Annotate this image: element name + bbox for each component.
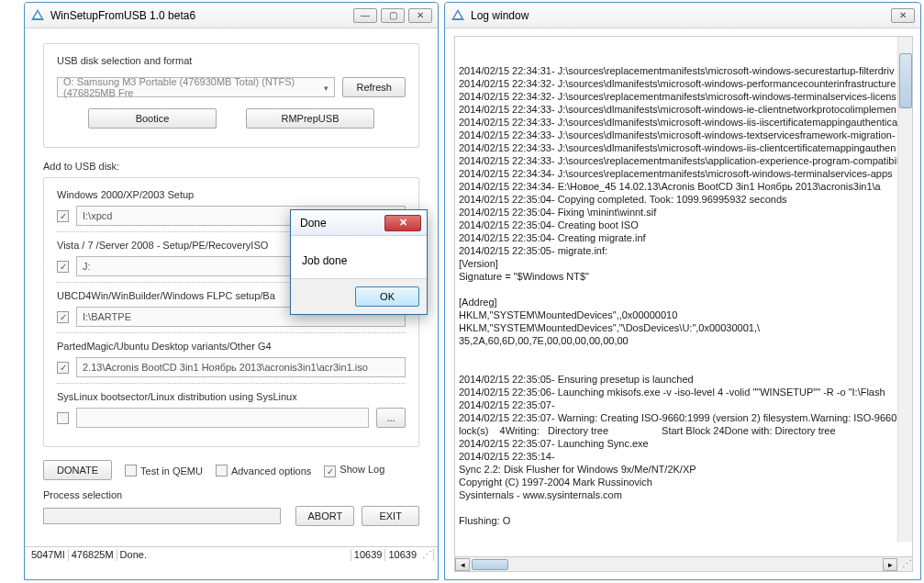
- log-titlebar: Log window ✕: [445, 3, 920, 28]
- chevron-down-icon: [324, 82, 328, 93]
- option-checkbox[interactable]: [57, 261, 69, 273]
- scroll-right-icon[interactable]: ▸: [883, 558, 897, 571]
- scroll-thumb[interactable]: [899, 53, 912, 108]
- log-text-area[interactable]: 2014/02/15 22:34:31- J:\sources\replacem…: [454, 36, 913, 557]
- ok-button[interactable]: OK: [355, 286, 419, 307]
- status-bar: 5047MI 476825M Done. 10639 10639 ⋰: [25, 546, 438, 563]
- exit-button[interactable]: EXIT: [362, 506, 419, 526]
- rmprepusb-button[interactable]: RMPrepUSB: [246, 108, 374, 129]
- test-qemu-option[interactable]: Test in QEMU: [125, 465, 203, 476]
- status-cell: 10639: [351, 549, 386, 561]
- dialog-message: Job done: [302, 254, 347, 267]
- app-icon: [30, 8, 45, 23]
- vertical-scrollbar[interactable]: [897, 37, 912, 542]
- resize-grip-icon[interactable]: ⋰: [897, 558, 912, 570]
- resize-grip-icon[interactable]: ⋰: [419, 549, 434, 561]
- process-selection-label: Process selection: [43, 489, 419, 500]
- status-cell: 476825M: [69, 549, 117, 561]
- donate-button[interactable]: DONATE: [43, 460, 112, 480]
- option-label: PartedMagic/Ubuntu Desktop variants/Othe…: [57, 341, 406, 352]
- dialog-titlebar: Done ✕: [291, 210, 427, 236]
- log-title: Log window: [471, 9, 891, 22]
- log-close-button[interactable]: ✕: [891, 8, 915, 23]
- path-input[interactable]: [76, 408, 369, 428]
- main-title: WinSetupFromUSB 1.0 beta6: [50, 9, 353, 22]
- horizontal-scrollbar[interactable]: ◂ ▸ ⋰: [454, 557, 913, 572]
- maximize-button[interactable]: ▢: [381, 8, 405, 23]
- advanced-options[interactable]: Advanced options: [216, 465, 311, 476]
- status-cell: 10639: [385, 549, 419, 561]
- option-checkbox[interactable]: [57, 311, 69, 323]
- dialog-title: Done: [300, 217, 327, 230]
- disk-select[interactable]: O: Samsung M3 Portable (476930MB Total) …: [57, 77, 335, 97]
- option-label: Windows 2000/XP/2003 Setup: [57, 189, 406, 200]
- usb-section-label: USB disk selection and format: [57, 55, 406, 66]
- done-dialog: Done ✕ Job done OK: [290, 209, 428, 315]
- option-label: SysLinux bootsector/Linux distribution u…: [57, 391, 406, 402]
- bootice-button[interactable]: Bootice: [88, 108, 217, 129]
- abort-button[interactable]: ABORT: [295, 506, 354, 526]
- option-checkbox[interactable]: [57, 210, 69, 222]
- log-window: Log window ✕ 2014/02/15 22:34:31- J:\sou…: [444, 2, 921, 580]
- option-checkbox[interactable]: [57, 412, 69, 424]
- progress-bar: [43, 508, 281, 524]
- add-section-label: Add to USB disk:: [43, 161, 419, 172]
- main-titlebar: WinSetupFromUSB 1.0 beta6 — ▢ ✕: [25, 3, 438, 28]
- close-button[interactable]: ✕: [408, 8, 432, 23]
- status-cell: 5047MI: [28, 549, 69, 561]
- dialog-close-button[interactable]: ✕: [384, 215, 421, 231]
- browse-button[interactable]: ...: [376, 408, 406, 428]
- show-log-option[interactable]: Show Log: [324, 464, 384, 477]
- option-checkbox[interactable]: [57, 362, 69, 374]
- refresh-button[interactable]: Refresh: [342, 77, 406, 97]
- scroll-thumb[interactable]: [472, 559, 508, 570]
- usb-selection-group: USB disk selection and format O: Samsung…: [43, 43, 419, 148]
- scroll-left-icon[interactable]: ◂: [455, 558, 470, 571]
- path-input[interactable]: [76, 357, 406, 377]
- app-icon: [451, 8, 465, 23]
- minimize-button[interactable]: —: [353, 8, 377, 23]
- status-cell: Done.: [117, 549, 351, 561]
- log-content: 2014/02/15 22:34:31- J:\sources\replacem…: [459, 64, 908, 527]
